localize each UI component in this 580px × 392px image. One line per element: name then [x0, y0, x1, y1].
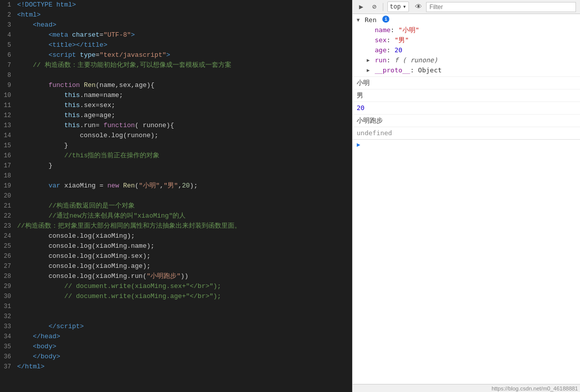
code-line-37: 37</html> — [0, 362, 352, 372]
ren-prop-sex: sex : "男" — [367, 35, 576, 45]
line-content: </html> — [15, 362, 352, 372]
code-line-21: 21 //构造函数返回的是一个对象 — [0, 201, 352, 211]
code-line-6: 6 <script type="text/javascript"> — [0, 50, 352, 60]
line-number: 8 — [0, 70, 15, 80]
line-number: 26 — [0, 251, 15, 261]
line-content: console.log(xiaoMing); — [15, 231, 352, 241]
line-content: <!DOCTYPE html> — [15, 0, 352, 10]
line-number: 34 — [0, 332, 15, 342]
line-number: 25 — [0, 241, 15, 251]
devtools-toolbar: ▶ ⊘ top ▾ 👁 — [353, 0, 580, 14]
line-content: // document.write(xiaoMing.age+"</br>"); — [15, 291, 352, 302]
line-number: 21 — [0, 201, 15, 211]
line-content — [15, 171, 352, 181]
code-line-22: 22 //通过new方法来创具体的叫"xiaoMing"的人 — [0, 211, 352, 221]
line-content: //构造函数返回的是一个对象 — [15, 201, 352, 211]
code-line-9: 9 function Ren(name,sex,age){ — [0, 80, 352, 90]
line-content — [15, 312, 352, 322]
code-line-5: 5 <title></title> — [0, 40, 352, 50]
line-number: 3 — [0, 20, 15, 30]
line-content: console.log(xiaoMing.name); — [15, 241, 352, 251]
line-content: // document.write(xiaoMing.sex+"</br>"); — [15, 281, 352, 291]
code-line-15: 15 } — [0, 141, 352, 151]
prompt-arrow-icon: ► — [357, 142, 360, 149]
line-content: <meta charset="UTF-8"> — [15, 30, 352, 40]
code-line-13: 13 this.run= function( runone){ — [0, 121, 352, 131]
line-number: 11 — [0, 101, 15, 111]
code-line-4: 4 <meta charset="UTF-8"> — [0, 30, 352, 40]
tree-expand-run[interactable] — [367, 56, 374, 65]
line-content: <html> — [15, 10, 352, 20]
line-content: //通过new方法来创具体的叫"xiaoMing"的人 — [15, 211, 352, 221]
line-number: 27 — [0, 261, 15, 271]
line-content: </script> — [15, 322, 352, 332]
line-content: // 构造函数：主要功能初始化对象,可以想像成一套模板或一套方案 — [15, 60, 352, 70]
line-number: 19 — [0, 181, 15, 191]
filter-input[interactable] — [426, 2, 576, 12]
line-number: 17 — [0, 161, 15, 171]
line-content: this.run= function( runone){ — [15, 121, 352, 131]
stop-icon[interactable]: ⊘ — [370, 3, 379, 12]
line-content: this.age=age; — [15, 111, 352, 121]
code-line-3: 3 <head> — [0, 20, 352, 30]
ren-info-icon[interactable]: i — [382, 16, 389, 23]
line-number: 6 — [0, 50, 15, 60]
line-number: 7 — [0, 60, 15, 70]
line-number: 35 — [0, 342, 15, 352]
code-editor[interactable]: 1<!DOCTYPE html>2<html>3 <head>4 <meta c… — [0, 0, 352, 392]
tree-expand-proto[interactable] — [367, 66, 374, 75]
line-number: 32 — [0, 312, 15, 322]
code-line-1: 1<!DOCTYPE html> — [0, 0, 352, 10]
line-number: 15 — [0, 141, 15, 151]
devtools-panel: ▶ ⊘ top ▾ 👁 Ren i name : "小明" — [352, 0, 580, 392]
code-line-11: 11 this.sex=sex; — [0, 101, 352, 111]
tree-expand-ren[interactable] — [357, 16, 364, 25]
code-line-30: 30 // document.write(xiaoMing.age+"</br>… — [0, 291, 352, 302]
code-line-12: 12 this.age=age; — [0, 111, 352, 121]
ren-prop-proto[interactable]: __proto__ : Object — [367, 65, 576, 75]
line-content: console.log(xiaoMing.sex); — [15, 251, 352, 261]
code-line-18: 18 — [0, 171, 352, 181]
console-output: Ren i name : "小明" sex : "男" — [353, 14, 580, 384]
code-line-35: 35 <body> — [0, 342, 352, 352]
ren-properties: name : "小明" sex : "男" age : 20 — [357, 25, 576, 75]
line-content: //this指的当前正在操作的对象 — [15, 151, 352, 161]
line-content: console.log(runone); — [15, 131, 352, 141]
line-number: 23 — [0, 221, 15, 231]
line-number: 5 — [0, 40, 15, 50]
scope-dropdown[interactable]: top ▾ — [387, 2, 409, 12]
line-content: <head> — [15, 20, 352, 30]
ren-prop-age: age : 20 — [367, 45, 576, 55]
code-line-31: 31 — [0, 302, 352, 312]
ren-label: Ren — [365, 16, 380, 25]
code-line-7: 7 // 构造函数：主要功能初始化对象,可以想像成一套模板或一套方案 — [0, 60, 352, 70]
console-prompt[interactable]: ► — [353, 139, 580, 151]
line-number: 4 — [0, 30, 15, 40]
line-number: 10 — [0, 90, 15, 101]
code-line-36: 36 </body> — [0, 352, 352, 362]
code-line-8: 8 — [0, 70, 352, 80]
code-line-28: 28 console.log(xiaoMing.run("小明跑步")) — [0, 271, 352, 281]
line-number: 30 — [0, 291, 15, 302]
code-line-27: 27 console.log(xiaoMing.age); — [0, 261, 352, 271]
line-content: console.log(xiaoMing.run("小明跑步")) — [15, 271, 352, 281]
line-content: } — [15, 161, 352, 171]
line-number: 20 — [0, 191, 15, 201]
line-content — [15, 70, 352, 80]
code-line-20: 20 — [0, 191, 352, 201]
play-icon[interactable]: ▶ — [357, 3, 366, 12]
code-line-24: 24 console.log(xiaoMing); — [0, 231, 352, 241]
line-number: 28 — [0, 271, 15, 281]
line-content — [15, 302, 352, 312]
ren-root-row[interactable]: Ren i — [357, 15, 576, 25]
line-number: 29 — [0, 281, 15, 291]
line-content — [15, 191, 352, 201]
code-line-25: 25 console.log(xiaoMing.name); — [0, 241, 352, 251]
line-content: this.sex=sex; — [15, 101, 352, 111]
ren-prop-run[interactable]: run : f ( runone) — [367, 55, 576, 65]
code-line-14: 14 console.log(runone); — [0, 131, 352, 141]
line-number: 37 — [0, 362, 15, 372]
eye-icon[interactable]: 👁 — [415, 3, 422, 11]
code-line-2: 2<html> — [0, 10, 352, 20]
line-content: <body> — [15, 342, 352, 352]
